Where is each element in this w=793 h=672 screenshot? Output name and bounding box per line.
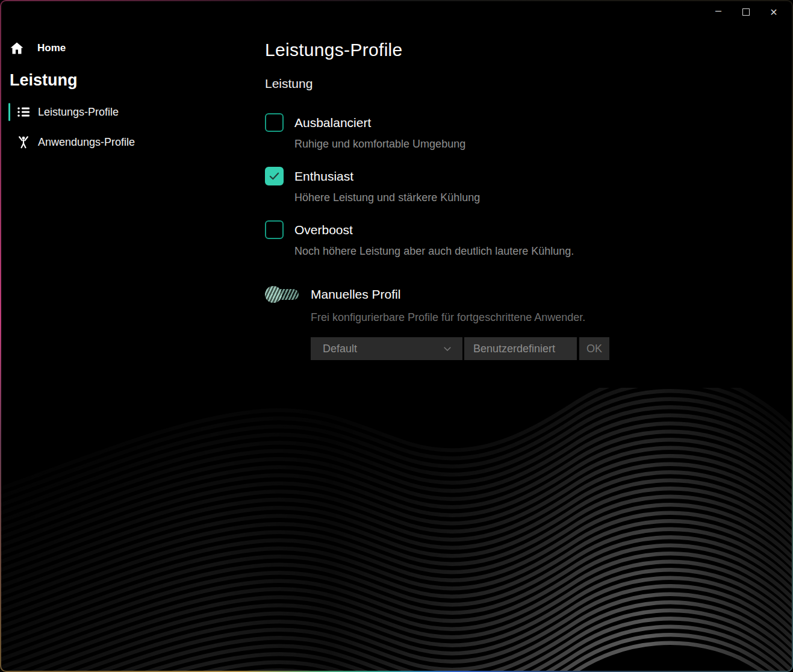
profile-label: Ausbalanciert [294,113,792,132]
sidebar-item-label: Anwendungs-Profile [38,136,135,149]
sidebar-home-label: Home [37,42,66,54]
profile-row-ausbalanciert: Ausbalanciert Ruhige und komfortable Umg… [265,113,792,151]
main-content: Leistungs-Profile Leistung Ausbalanciert… [265,1,792,671]
custom-profile-name-input[interactable] [464,337,577,360]
maximize-button[interactable] [732,2,760,22]
profile-label: Overboost [294,220,792,239]
profile-list: Ausbalanciert Ruhige und komfortable Umg… [265,113,792,258]
sidebar-item-label: Leistungs-Profile [38,106,119,119]
sidebar: Home Leistung [1,1,265,671]
manual-profile-label: Manuelles Profil [311,285,792,303]
manual-profile-section: Manuelles Profil Frei konfigurierbare Pr… [265,285,792,324]
ok-button[interactable]: OK [579,337,609,360]
selected-indicator [8,103,10,121]
titlebar: – ✕ [1,1,792,23]
overboost-checkbox[interactable] [265,220,284,239]
maximize-icon [742,8,750,16]
sidebar-section-title: Leistung [10,71,265,90]
window-frame: – ✕ Home Leistung [0,0,793,672]
profile-label: Enthusiast [294,167,792,185]
app-window: – ✕ Home Leistung [1,1,792,671]
list-icon [16,105,31,119]
sidebar-item-home[interactable]: Home [8,39,265,58]
profile-description: Höhere Leistung und stärkere Kühlung [294,191,792,204]
close-button[interactable]: ✕ [760,2,788,22]
manual-profile-description: Frei konfigurierbare Profile für fortges… [311,311,792,324]
manual-profile-toggle[interactable] [265,285,300,303]
profile-dropdown[interactable]: Default [311,337,462,360]
manual-profile-controls: Default OK [311,337,792,360]
profile-description: Ruhige und komfortable Umgebung [294,138,792,151]
person-icon [16,135,31,149]
page-title: Leistungs-Profile [265,40,792,60]
enthusiast-checkbox[interactable] [265,167,284,185]
chevron-down-icon [442,343,453,354]
home-icon [10,41,24,55]
ausbalanciert-checkbox[interactable] [265,113,284,132]
sidebar-nav: Leistungs-Profile [8,102,265,152]
sidebar-item-leistungs-profile[interactable]: Leistungs-Profile [8,102,265,122]
profile-dropdown-value: Default [323,343,357,355]
profile-row-overboost: Overboost Noch höhere Leistung aber auch… [265,220,792,258]
toggle-knob-icon [265,286,282,303]
checkmark-icon [268,170,281,182]
minimize-button[interactable]: – [704,2,732,22]
profile-row-enthusiast: Enthusiast Höhere Leistung und stärkere … [265,167,792,204]
profile-description: Noch höhere Leistung aber auch deutlich … [294,245,792,258]
sidebar-item-anwendungs-profile[interactable]: Anwendungs-Profile [8,132,265,152]
page-subtitle: Leistung [265,76,792,91]
